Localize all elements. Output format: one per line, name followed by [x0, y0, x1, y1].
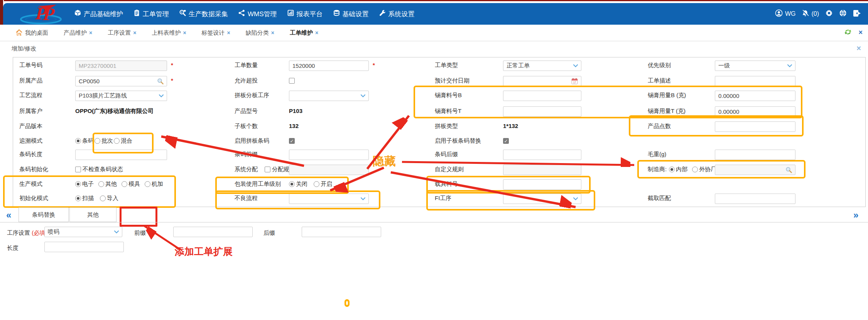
- field-label-order_qty: 工单数量: [235, 62, 258, 69]
- length-input[interactable]: [44, 242, 124, 252]
- field-product_points-input[interactable]: [715, 121, 795, 132]
- field-solder_no_t-input[interactable]: [503, 106, 581, 117]
- field-label-product_model: 产品型号: [235, 108, 258, 115]
- field-solder_usage_t-input[interactable]: 0.00000: [715, 106, 795, 117]
- radio-trace_mode-1[interactable]: 批次: [95, 137, 113, 145]
- field-defect_flow-select[interactable]: [289, 194, 369, 204]
- field-manufacturer-input[interactable]: [715, 165, 795, 175]
- field-order_qty-input[interactable]: 1520000: [289, 61, 369, 71]
- expand-right-icon[interactable]: »: [853, 210, 858, 221]
- field-work_order_no-input[interactable]: MP232700001: [75, 61, 167, 71]
- nav-item-2[interactable]: 工单管理: [133, 10, 169, 19]
- tab-close-icon[interactable]: ×: [183, 30, 186, 36]
- prefix-input[interactable]: [173, 227, 253, 237]
- required-marker-order_qty: *: [373, 62, 375, 68]
- field-product-input[interactable]: CP0050: [75, 76, 167, 86]
- tab-标签设计[interactable]: 标签设计×: [202, 29, 230, 37]
- radio-pack_order_level-0[interactable]: 关闭: [289, 180, 307, 188]
- field-order_type-select[interactable]: 正常工单: [503, 61, 581, 71]
- field-allow_over-checkbox[interactable]: [289, 78, 295, 84]
- process-setting-select[interactable]: 喷码: [44, 227, 122, 237]
- gear-icon: [825, 12, 833, 18]
- globe-icon: [839, 12, 847, 18]
- field-label-carrier_no: 载具料号: [435, 180, 458, 188]
- user-name: WG: [785, 10, 796, 17]
- radio-init_mode-0[interactable]: 扫描: [75, 195, 94, 202]
- field-fi_process-select[interactable]: [503, 194, 581, 204]
- radio-trace_mode-2[interactable]: 混合: [114, 137, 132, 145]
- radio-pack_order_level-1[interactable]: 开启: [314, 180, 332, 188]
- field-custom_rule-input[interactable]: [503, 165, 581, 175]
- field-label-barcode_length: 条码长度: [19, 151, 42, 158]
- field-value-product: CP0050: [79, 78, 157, 84]
- tab-上料表维护[interactable]: 上料表维护×: [152, 29, 186, 37]
- radio-manufacturer-0[interactable]: 内部: [669, 166, 687, 173]
- tab-工单维护[interactable]: 工单维护×: [290, 29, 318, 37]
- nav-item-5[interactable]: 报表平台: [287, 10, 323, 19]
- field-barcode_prefix-input[interactable]: [289, 150, 369, 160]
- field-panel_split_process-select[interactable]: [289, 91, 369, 101]
- suffix-input[interactable]: [302, 227, 381, 237]
- tab-home[interactable]: 我的桌面: [15, 29, 48, 37]
- notifications-button[interactable]: (0): [802, 10, 819, 19]
- tab-工序设置[interactable]: 工序设置×: [108, 29, 136, 37]
- field-barcode_init-checkgroup: 不检查条码状态: [75, 166, 123, 173]
- field-delivery_date-input[interactable]: 17: [503, 76, 581, 86]
- radio-production_mode-2[interactable]: 模具: [122, 180, 140, 188]
- field-barcode_init-checkbox[interactable]: [75, 167, 81, 172]
- field-solder_no_b-input[interactable]: [503, 91, 581, 101]
- field-enable_sub_replace-checkbox[interactable]: ✓: [503, 138, 509, 144]
- chevron-down-icon: [787, 64, 792, 67]
- panel-close-icon[interactable]: ×: [856, 44, 861, 53]
- nav-item-6[interactable]: 基础设置: [333, 10, 369, 19]
- radio-init_mode-1[interactable]: 导入: [100, 195, 118, 202]
- user-menu[interactable]: WG: [775, 9, 796, 19]
- field-sys_assign-input[interactable]: [289, 165, 369, 175]
- nav-item-7[interactable]: 系统设置: [379, 10, 415, 19]
- radio-production_mode-3[interactable]: 机加: [145, 180, 163, 188]
- tab-close-icon[interactable]: ×: [89, 30, 92, 36]
- language-button[interactable]: [839, 9, 847, 19]
- field-barcode_suffix-input[interactable]: [503, 150, 581, 160]
- collapse-left-icon[interactable]: «: [6, 210, 11, 221]
- field-intercept_match-input[interactable]: [715, 194, 795, 204]
- field-barcode_length-input[interactable]: [75, 150, 167, 160]
- search-icon[interactable]: [157, 78, 164, 84]
- user-icon: [775, 9, 783, 19]
- refresh-icon[interactable]: [844, 28, 852, 37]
- field-priority-select[interactable]: 一级: [715, 61, 795, 71]
- settings-button[interactable]: [825, 9, 833, 19]
- field-label-solder_usage_t: 锡膏用量T (克): [648, 108, 686, 115]
- field-solder_usage_b-input[interactable]: 0.00000: [715, 91, 795, 101]
- calendar-icon[interactable]: 17: [571, 78, 578, 84]
- field-gross_weight-input[interactable]: [715, 150, 795, 160]
- field-process_flow-select[interactable]: P103膜片工艺路线: [75, 91, 167, 101]
- field-value-solder_usage_t: 0.00000: [718, 108, 792, 115]
- radio-production_mode-0[interactable]: 电子: [75, 180, 94, 188]
- radio-trace_mode-0[interactable]: 条码: [75, 137, 94, 145]
- field-enable_panel_barcode-checkbox[interactable]: ✓: [289, 138, 295, 144]
- tab-缺陷分类[interactable]: 缺陷分类×: [246, 29, 274, 37]
- tab-产品维护[interactable]: 产品维护×: [64, 29, 92, 37]
- bottom-tab-barcode-replace[interactable]: 条码替换: [19, 207, 69, 222]
- field-label-production_mode: 生产模式: [19, 180, 42, 188]
- radio-production_mode-1[interactable]: 其他: [98, 180, 117, 188]
- field-carrier_no-input[interactable]: [503, 179, 581, 190]
- nav-item-1[interactable]: 产品基础维护: [74, 10, 123, 19]
- bell-off-icon: [802, 10, 809, 19]
- tab-close-icon[interactable]: ×: [271, 30, 274, 36]
- bottom-tab-other[interactable]: 其他: [69, 207, 117, 222]
- close-icon[interactable]: ×: [858, 29, 863, 37]
- tab-close-icon[interactable]: ×: [227, 30, 230, 36]
- search-icon[interactable]: [785, 167, 792, 173]
- nav-item-4[interactable]: WMS管理: [238, 10, 277, 19]
- logout-button[interactable]: [853, 10, 861, 19]
- main-nav: 产品基础维护工单管理生产数据采集WMS管理报表平台基础设置系统设置: [74, 3, 415, 25]
- tab-close-icon[interactable]: ×: [315, 30, 318, 36]
- radio-manufacturer-1[interactable]: 外协厂: [692, 166, 716, 173]
- nav-item-3[interactable]: 生产数据采集: [179, 10, 228, 19]
- tab-label: 产品维护: [64, 29, 87, 37]
- field-order_desc-input[interactable]: [715, 76, 795, 86]
- field-sys_assign-checkbox[interactable]: [265, 167, 270, 172]
- tab-close-icon[interactable]: ×: [133, 30, 136, 36]
